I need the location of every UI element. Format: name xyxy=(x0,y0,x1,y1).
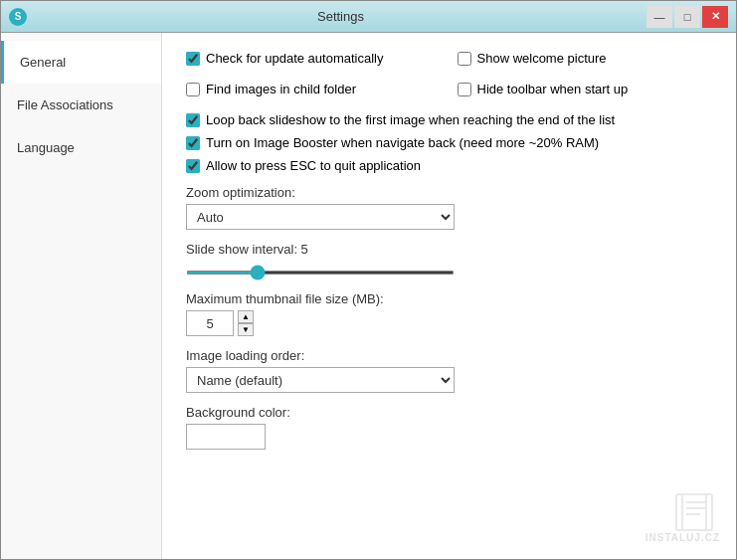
settings-window: S Settings — □ ✕ General File Associatio… xyxy=(0,0,737,560)
minimize-button[interactable]: — xyxy=(646,6,672,28)
slideshow-container: Slide show interval: 5 xyxy=(186,242,712,278)
image-order-label: Image loading order: xyxy=(186,348,712,363)
find-images-row: Find images in child folder xyxy=(186,82,442,96)
main-panel: Check for update automatically Find imag… xyxy=(162,33,736,559)
bg-color-label: Background color: xyxy=(186,405,712,420)
content-area: General File Associations Language Check… xyxy=(1,33,736,559)
app-icon: S xyxy=(9,8,27,26)
bg-color-picker[interactable] xyxy=(186,424,266,450)
image-booster-row: Turn on Image Booster when navigate back… xyxy=(186,135,712,150)
image-booster-label: Turn on Image Booster when navigate back… xyxy=(206,135,599,150)
find-images-checkbox[interactable] xyxy=(186,83,200,96)
watermark-text: INSTALUJ.CZ xyxy=(645,532,720,543)
slideshow-slider[interactable] xyxy=(186,271,455,275)
zoom-label: Zoom optimization: xyxy=(186,185,712,200)
window-title: Settings xyxy=(35,9,646,24)
find-images-label: Find images in child folder xyxy=(206,82,356,96)
check-update-row: Check for update automatically xyxy=(186,51,442,66)
svg-rect-0 xyxy=(676,494,706,530)
image-booster-checkbox[interactable] xyxy=(186,136,200,150)
window-controls: — □ ✕ xyxy=(646,6,728,28)
allow-esc-label: Allow to press ESC to quit application xyxy=(206,158,421,173)
sidebar: General File Associations Language xyxy=(1,33,162,559)
check-update-label: Check for update automatically xyxy=(206,51,383,66)
close-button[interactable]: ✕ xyxy=(702,6,728,28)
allow-esc-row: Allow to press ESC to quit application xyxy=(186,158,712,173)
maximize-button[interactable]: □ xyxy=(674,6,700,28)
zoom-dropdown-row: Auto None Low Medium High xyxy=(186,204,712,230)
sidebar-item-language[interactable]: Language xyxy=(1,126,161,169)
sidebar-item-file-associations[interactable]: File Associations xyxy=(1,84,161,126)
show-welcome-label: Show welcome picture xyxy=(477,51,607,66)
thumb-spinbox-row: ▲ ▼ xyxy=(186,310,712,336)
checkbox-group-row1: Check for update automatically Find imag… xyxy=(186,51,712,104)
thumb-spinbox-buttons: ▲ ▼ xyxy=(238,310,254,336)
svg-rect-1 xyxy=(682,494,712,530)
zoom-select[interactable]: Auto None Low Medium High xyxy=(186,204,455,230)
thumb-increment-button[interactable]: ▲ xyxy=(238,310,254,323)
loop-slideshow-row: Loop back slideshow to the first image w… xyxy=(186,112,712,127)
checkbox-col-left: Check for update automatically Find imag… xyxy=(186,51,442,104)
thumb-spinbox-input[interactable] xyxy=(186,310,234,336)
show-welcome-checkbox[interactable] xyxy=(458,52,471,66)
hide-toolbar-row: Hide toolbar when start up xyxy=(458,82,713,96)
allow-esc-checkbox[interactable] xyxy=(186,159,200,173)
image-order-select[interactable]: Name (default) Date modified Date create… xyxy=(186,367,455,393)
loop-slideshow-checkbox[interactable] xyxy=(186,113,200,127)
title-bar: S Settings — □ ✕ xyxy=(1,1,736,33)
hide-toolbar-label: Hide toolbar when start up xyxy=(477,82,629,96)
sidebar-item-general[interactable]: General xyxy=(1,41,161,84)
image-order-dropdown-row: Name (default) Date modified Date create… xyxy=(186,367,712,393)
slideshow-label: Slide show interval: 5 xyxy=(186,242,712,257)
thumb-label: Maximum thumbnail file size (MB): xyxy=(186,291,712,306)
show-welcome-row: Show welcome picture xyxy=(458,51,713,66)
checkbox-col-right: Show welcome picture Hide toolbar when s… xyxy=(458,51,713,104)
watermark-icon xyxy=(672,492,720,532)
thumb-decrement-button[interactable]: ▼ xyxy=(238,323,254,336)
hide-toolbar-checkbox[interactable] xyxy=(458,83,471,96)
loop-slideshow-label: Loop back slideshow to the first image w… xyxy=(206,112,615,127)
watermark: INSTALUJ.CZ xyxy=(645,492,720,543)
check-update-checkbox[interactable] xyxy=(186,52,200,66)
